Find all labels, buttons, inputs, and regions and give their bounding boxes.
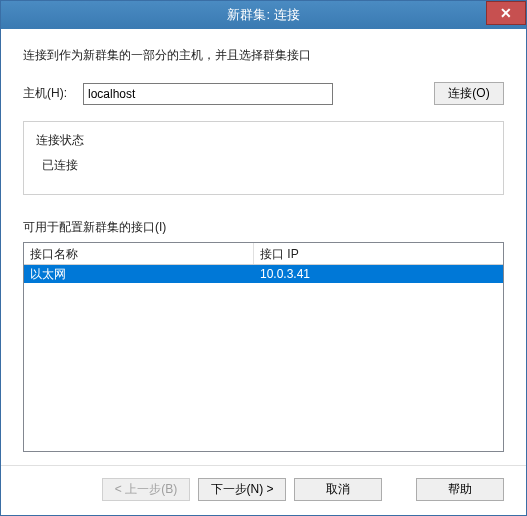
titlebar: 新群集: 连接 ✕	[1, 1, 526, 29]
listview-body: 以太网 10.0.3.41	[24, 265, 503, 451]
header-interface-name[interactable]: 接口名称	[24, 243, 254, 264]
close-icon: ✕	[500, 5, 512, 21]
instruction-text: 连接到作为新群集的一部分的主机，并且选择群集接口	[23, 47, 504, 64]
host-input[interactable]	[83, 83, 333, 105]
interfaces-listview[interactable]: 接口名称 接口 IP 以太网 10.0.3.41	[23, 242, 504, 452]
dialog-window: 新群集: 连接 ✕ 连接到作为新群集的一部分的主机，并且选择群集接口 主机(H)…	[0, 0, 527, 516]
cell-interface-ip: 10.0.3.41	[254, 267, 503, 281]
content-area: 连接到作为新群集的一部分的主机，并且选择群集接口 主机(H): 连接(O) 连接…	[1, 29, 526, 465]
host-row: 主机(H): 连接(O)	[23, 82, 504, 105]
connect-button[interactable]: 连接(O)	[434, 82, 504, 105]
back-button: < 上一步(B)	[102, 478, 190, 501]
button-row: < 上一步(B) 下一步(N) > 取消 帮助	[1, 465, 526, 515]
cell-interface-name: 以太网	[24, 266, 254, 283]
next-button[interactable]: 下一步(N) >	[198, 478, 286, 501]
header-interface-ip[interactable]: 接口 IP	[254, 243, 503, 264]
help-button[interactable]: 帮助	[416, 478, 504, 501]
spacer	[390, 478, 408, 501]
host-label: 主机(H):	[23, 85, 83, 102]
status-value: 已连接	[36, 157, 491, 174]
status-group: 连接状态 已连接	[23, 121, 504, 195]
list-item[interactable]: 以太网 10.0.3.41	[24, 265, 503, 283]
status-title: 连接状态	[36, 132, 491, 149]
interfaces-label: 可用于配置新群集的接口(I)	[23, 219, 504, 236]
window-title: 新群集: 连接	[227, 6, 299, 24]
listview-header: 接口名称 接口 IP	[24, 243, 503, 265]
close-button[interactable]: ✕	[486, 1, 526, 25]
cancel-button[interactable]: 取消	[294, 478, 382, 501]
